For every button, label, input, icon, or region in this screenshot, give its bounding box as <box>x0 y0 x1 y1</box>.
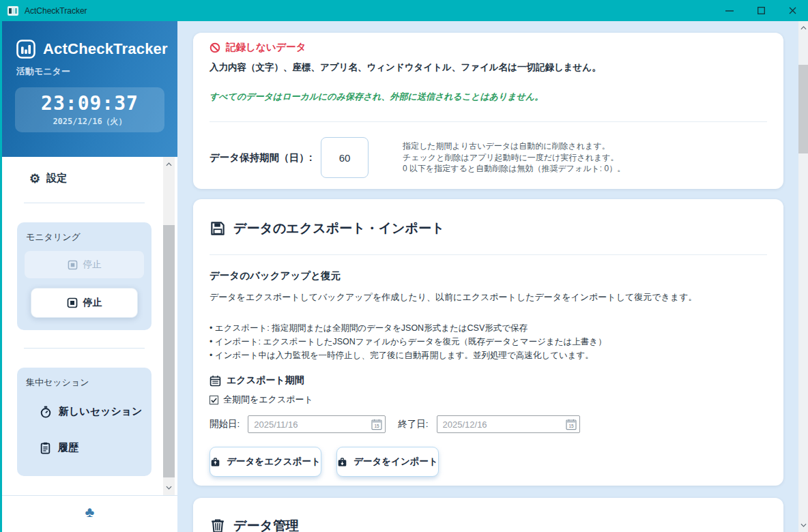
clipboard-icon <box>40 442 51 454</box>
sidebar-header: ActCheckTracker 活動モニター 23:09:37 2025/12/… <box>2 21 177 157</box>
stop-primary-label: 停止 <box>83 297 102 309</box>
stopwatch-icon <box>40 406 52 418</box>
close-button[interactable] <box>777 0 808 21</box>
app-name: ActCheckTracker <box>43 40 168 58</box>
app-window: ActCheckTracker ActCheckTracker <box>0 0 808 532</box>
stop-icon <box>67 297 78 308</box>
calendar-icon <box>210 375 221 387</box>
retention-note-line: 0 以下を指定すると自動削除は無効（推奨デフォルト: 0）。 <box>403 163 625 175</box>
end-date-input[interactable] <box>443 419 566 430</box>
focus-session-label: 集中セッション <box>25 376 144 389</box>
clover-icon: ♣ <box>85 505 95 519</box>
no-record-heading: 記録しないデータ <box>226 41 306 54</box>
main-scrollbar[interactable] <box>798 21 808 532</box>
maximize-button[interactable] <box>745 0 777 21</box>
sidebar-nav: ⚙ 設定 モニタリング 停止 <box>2 157 177 495</box>
trash-basket-icon <box>210 518 226 532</box>
bullet-item: • インポート中は入力監視を一時停止し、完了後に自動再開します。並列処理で高速化… <box>210 349 767 362</box>
focus-session-panel: 集中セッション 新しいセッション 履歴 <box>17 368 152 476</box>
divider <box>24 348 145 349</box>
settings-label: 設定 <box>46 172 67 185</box>
local-only-note: すべてのデータはローカルにのみ保存され、外部に送信されることはありません。 <box>210 91 767 103</box>
end-date-label: 終了日: <box>398 418 428 430</box>
sidebar: ActCheckTracker 活動モニター 23:09:37 2025/12/… <box>0 21 177 532</box>
data-management-card: データ管理 <box>193 498 783 532</box>
no-entry-icon <box>210 42 220 53</box>
export-card-title: データのエクスポート・インポート <box>233 220 444 237</box>
retention-note-line: 指定した期間より古いデータは自動的に削除されます。 <box>403 141 625 152</box>
date-picker-day: 15 <box>568 424 574 428</box>
start-date-label: 開始日: <box>210 418 240 430</box>
stop-button-secondary[interactable]: 停止 <box>25 251 144 278</box>
monitoring-label: モニタリング <box>25 231 144 243</box>
data-management-title: データ管理 <box>233 517 299 532</box>
app-logo-icon <box>16 40 35 59</box>
no-record-description: 入力内容（文字）、座標、アプリ名、ウィンドウタイトル、ファイル名は一切記録しませ… <box>210 61 767 74</box>
scrollbar-thumb[interactable] <box>163 225 175 477</box>
new-session-label: 新しいセッション <box>59 405 142 418</box>
import-data-button[interactable]: データをインポート <box>336 447 439 477</box>
export-data-button[interactable]: データをエクスポート <box>210 447 321 477</box>
titlebar: ActCheckTracker <box>0 0 808 21</box>
window-title: ActCheckTracker <box>25 6 87 16</box>
app-subtitle: 活動モニター <box>2 59 177 78</box>
import-button-label: データをインポート <box>354 456 438 468</box>
bullet-item: • エクスポート: 指定期間または全期間のデータをJSON形式またはCSV形式で… <box>210 321 767 335</box>
start-date-field[interactable]: 15 <box>248 415 386 433</box>
scroll-up-arrow-icon[interactable] <box>798 23 808 33</box>
export-bullet-list: • エクスポート: 指定期間または全期間のデータをJSON形式またはCSV形式で… <box>210 321 767 362</box>
export-button-label: データをエクスポート <box>227 456 321 468</box>
export-import-card: データのエクスポート・インポート データのバックアップと復元 データをエクスポー… <box>193 199 783 486</box>
backup-heading: データのバックアップと復元 <box>210 269 767 282</box>
scroll-down-arrow-icon[interactable] <box>163 482 175 494</box>
bullet-item: • インポート: エクスポートしたJSONファイルからデータを復元（既存データと… <box>210 335 767 349</box>
import-icon <box>337 457 347 467</box>
date-picker-day: 15 <box>375 424 380 428</box>
divider <box>210 254 767 255</box>
sidebar-item-new-session[interactable]: 新しいセッション <box>40 405 144 418</box>
app-mini-icon <box>8 6 18 16</box>
stop-secondary-label: 停止 <box>83 258 102 271</box>
sidebar-footer: ♣ <box>2 495 177 532</box>
scroll-up-arrow-icon[interactable] <box>163 158 175 171</box>
history-label: 履歴 <box>58 441 78 454</box>
sidebar-item-history[interactable]: 履歴 <box>40 441 144 454</box>
stop-icon <box>68 260 78 270</box>
date-picker-icon[interactable]: 15 <box>371 419 382 430</box>
main-content: 記録しないデータ 入力内容（文字）、座標、アプリ名、ウィンドウタイトル、ファイル… <box>177 21 808 532</box>
divider <box>210 121 767 122</box>
retention-days-input[interactable] <box>321 137 369 178</box>
retention-note-line: チェックと削除はアプリ起動時に一度だけ実行されます。 <box>403 152 625 164</box>
all-period-checkbox[interactable] <box>210 396 218 404</box>
sidebar-item-settings[interactable]: ⚙ 設定 <box>2 157 177 185</box>
retention-notes: 指定した期間より古いデータは自動的に削除されます。 チェックと削除はアプリ起動時… <box>403 141 625 175</box>
monitoring-panel: モニタリング 停止 停止 <box>17 222 152 330</box>
minimize-button[interactable] <box>714 0 745 21</box>
clock-card: 23:09:37 2025/12/16（火） <box>15 87 164 132</box>
start-date-input[interactable] <box>254 419 371 430</box>
scrollbar-thumb[interactable] <box>798 65 808 153</box>
retention-label: データ保持期間（日）: <box>210 151 321 164</box>
backup-description: データをエクスポートしてバックアップを作成したり、以前にエクスポートしたデータを… <box>210 291 767 304</box>
clock-time: 23:09:37 <box>15 87 164 115</box>
all-period-label: 全期間をエクスポート <box>223 394 313 406</box>
end-date-field[interactable]: 15 <box>437 415 580 433</box>
floppy-disk-icon <box>210 220 226 237</box>
date-picker-icon[interactable]: 15 <box>566 419 577 430</box>
clock-date: 2025/12/16（火） <box>15 116 164 128</box>
stop-button-primary[interactable]: 停止 <box>31 288 138 318</box>
export-period-heading: エクスポート期間 <box>227 374 304 387</box>
scroll-down-arrow-icon[interactable] <box>798 520 808 531</box>
export-icon <box>210 457 220 467</box>
gear-icon: ⚙ <box>29 173 40 185</box>
divider <box>24 203 145 203</box>
sidebar-scrollbar[interactable] <box>163 157 175 495</box>
privacy-card: 記録しないデータ 入力内容（文字）、座標、アプリ名、ウィンドウタイトル、ファイル… <box>193 33 783 189</box>
